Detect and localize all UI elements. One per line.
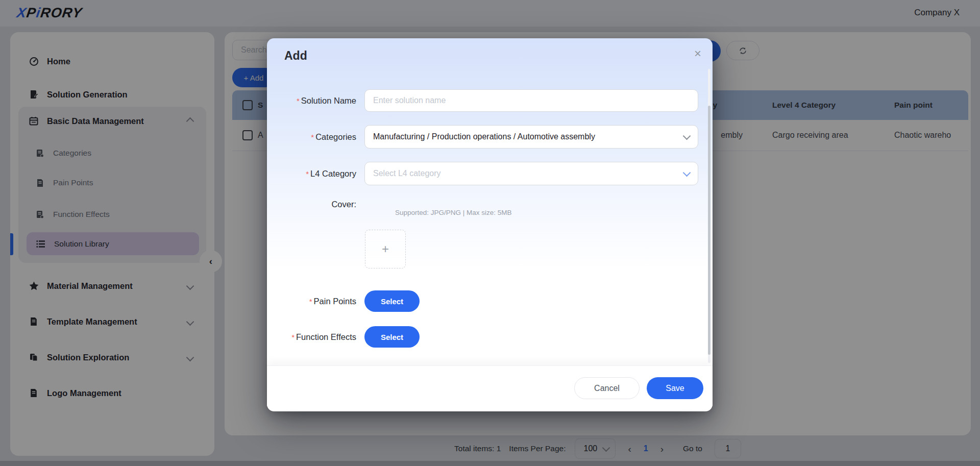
chevron-down-icon xyxy=(683,132,691,140)
function-effects-select-button[interactable]: Select xyxy=(364,326,420,348)
cover-label: Cover: xyxy=(267,200,356,209)
cover-upload-box[interactable]: + xyxy=(365,230,406,268)
required-asterisk: * xyxy=(306,169,309,178)
l4-category-row: *L4 Category Select L4 category xyxy=(267,162,713,185)
function-effects-label: *Function Effects xyxy=(267,332,356,342)
solution-name-label: *Solution Name xyxy=(267,96,356,106)
required-asterisk: * xyxy=(297,96,300,105)
cover-hint: Supported: JPG/PNG | Max size: 5MB xyxy=(395,209,512,216)
solution-name-input[interactable] xyxy=(364,89,698,112)
plus-icon: + xyxy=(382,242,389,256)
required-asterisk: * xyxy=(309,297,312,306)
modal-scrollbar-thumb[interactable] xyxy=(708,106,710,355)
cancel-button[interactable]: Cancel xyxy=(574,377,640,399)
categories-select[interactable]: Manufacturing / Production operations / … xyxy=(364,125,698,149)
add-dialog: Add × *Solution Name *Categories Manufac… xyxy=(267,38,713,411)
pain-points-select-button[interactable]: Select xyxy=(364,290,420,312)
l4-category-select[interactable]: Select L4 category xyxy=(364,162,698,185)
pain-points-row: *Pain Points Select xyxy=(267,290,713,312)
chevron-down-icon xyxy=(683,168,691,177)
required-asterisk: * xyxy=(291,333,295,341)
pain-points-label: *Pain Points xyxy=(267,297,356,306)
categories-value: Manufacturing / Production operations / … xyxy=(373,132,684,141)
l4-category-label: *L4 Category xyxy=(267,169,356,179)
required-asterisk: * xyxy=(311,133,314,141)
categories-label: *Categories xyxy=(267,132,356,142)
function-effects-row: *Function Effects Select xyxy=(267,326,713,348)
l4-category-placeholder: Select L4 category xyxy=(373,169,684,178)
solution-name-row: *Solution Name xyxy=(267,89,713,112)
dialog-footer: Cancel Save xyxy=(267,365,713,411)
categories-row: *Categories Manufacturing / Production o… xyxy=(267,125,713,149)
cover-row: Cover: xyxy=(267,200,713,209)
save-button[interactable]: Save xyxy=(647,377,703,399)
close-icon[interactable]: × xyxy=(694,47,701,60)
dialog-title: Add xyxy=(284,49,307,63)
